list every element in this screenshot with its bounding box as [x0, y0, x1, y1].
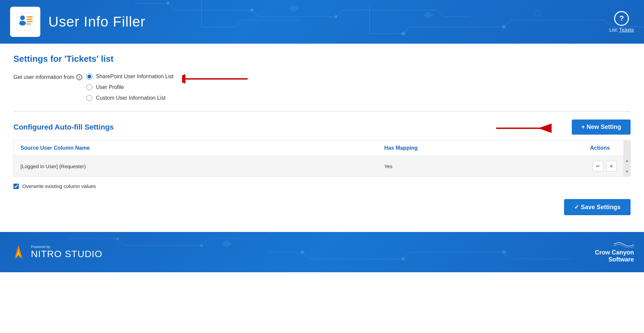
svg-point-0 [167, 2, 169, 5]
cell-source: [Logged In User] (Requester) [14, 156, 378, 177]
source-label: Get user information from i [13, 74, 82, 80]
overwrite-label: Overwrite existing column values [22, 183, 96, 189]
svg-point-1 [251, 9, 253, 11]
cell-mapping: Yes [378, 156, 584, 177]
table-row: [Logged In User] (Requester) Yes ✏ ✕ ▲ ▼ [14, 156, 631, 177]
footer-left: Powered by NITRO STUDIO [10, 244, 102, 260]
svg-point-23 [401, 257, 405, 260]
svg-point-22 [301, 250, 304, 254]
svg-point-2 [335, 15, 337, 18]
main-content: Settings for 'Tickets' list Get user inf… [0, 44, 644, 232]
edit-button[interactable]: ✏ [593, 161, 603, 172]
app-logo [10, 7, 40, 37]
app-footer: Powered by NITRO STUDIO Crow Canyon Soft… [0, 232, 644, 272]
radio-custom-label: Custom User Information List [96, 95, 165, 101]
svg-point-20 [116, 237, 119, 240]
annotation-arrow-1 [182, 73, 249, 86]
overwrite-row: Overwrite existing column values [13, 183, 631, 189]
save-row: ✓ Save Settings [13, 199, 631, 215]
new-setting-button[interactable]: + New Setting [572, 120, 631, 135]
app-header: User Info Filler ? List: Tickets [0, 0, 644, 44]
source-row: Get user information from i SharePoint U… [13, 74, 631, 101]
svg-rect-13 [27, 19, 33, 20]
radio-custom[interactable]: Custom User Information List [86, 95, 173, 101]
radio-section: SharePoint User Information List User Pr… [86, 74, 173, 101]
header-right: ? List: Tickets [609, 11, 634, 33]
footer-right: Crow Canyon Software [595, 241, 634, 263]
info-icon[interactable]: i [76, 74, 82, 80]
svg-point-21 [200, 244, 203, 247]
settings-table: Source User Column Name Has Mapping Acti… [13, 140, 631, 177]
header-list-label: List: Tickets [609, 27, 634, 33]
radio-sharepoint-label: SharePoint User Information List [96, 74, 173, 80]
svg-rect-12 [27, 16, 33, 17]
save-button[interactable]: ✓ Save Settings [564, 199, 631, 215]
col-actions: Actions [584, 140, 624, 156]
svg-point-4 [502, 25, 506, 29]
footer-wave [614, 241, 634, 248]
radio-userprofile[interactable]: User Profile [86, 84, 173, 90]
section-divider [13, 111, 631, 111]
svg-point-11 [19, 21, 26, 26]
section-header: Configured Auto-fill Settings + New Sett… [13, 120, 631, 135]
radio-sharepoint[interactable]: SharePoint User Information List [86, 74, 173, 80]
svg-point-24 [502, 250, 506, 254]
col-source: Source User Column Name [14, 140, 378, 156]
svg-marker-6 [423, 12, 433, 18]
svg-rect-14 [27, 21, 33, 22]
nitro-icon [10, 244, 27, 260]
col-mapping: Has Mapping [378, 140, 584, 156]
delete-button[interactable]: ✕ [606, 161, 617, 172]
scroll-cell: ▲ ▼ [624, 156, 631, 177]
svg-point-10 [20, 15, 25, 20]
nitro-label: NITRO STUDIO [31, 249, 102, 259]
radio-group: SharePoint User Information List User Pr… [86, 74, 173, 101]
svg-point-8 [535, 11, 540, 16]
footer-brand: Powered by NITRO STUDIO [31, 245, 102, 259]
new-setting-wrapper: + New Setting [572, 120, 631, 135]
svg-marker-25 [222, 240, 232, 247]
radio-userprofile-label: User Profile [96, 84, 124, 90]
app-title: User Info Filler [48, 14, 145, 30]
svg-point-3 [401, 32, 405, 35]
svg-marker-5 [289, 5, 299, 12]
section-title: Configured Auto-fill Settings [13, 123, 114, 132]
list-link[interactable]: Tickets [619, 27, 634, 33]
scroll-header [624, 140, 631, 156]
crow-canyon: Crow Canyon Software [595, 249, 634, 263]
page-title: Settings for 'Tickets' list [13, 54, 631, 64]
help-icon[interactable]: ? [614, 11, 629, 26]
powered-by: Powered by [31, 245, 102, 249]
overwrite-checkbox[interactable] [13, 184, 19, 189]
annotation-arrow-2 [496, 122, 557, 136]
svg-rect-15 [27, 23, 31, 25]
cell-actions: ✏ ✕ [584, 156, 624, 177]
